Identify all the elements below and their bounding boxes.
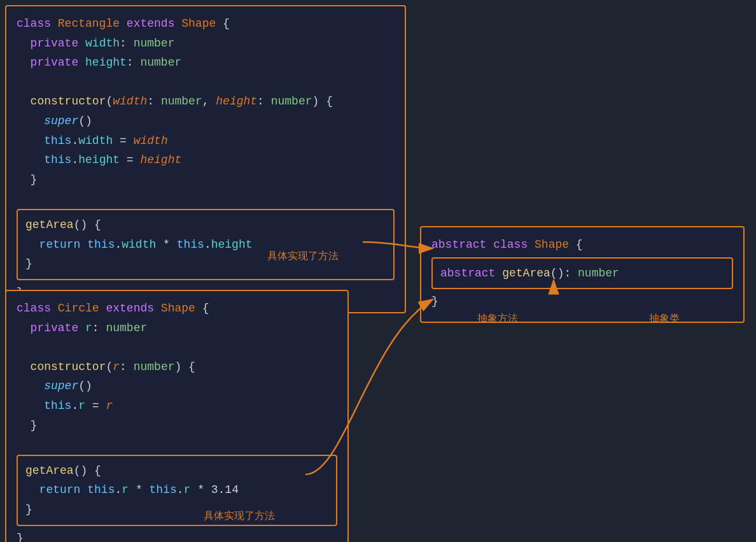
circle-super: super() xyxy=(17,376,337,396)
circle-r-assign: this.r = r xyxy=(17,396,337,416)
circle-constructor-close: } xyxy=(17,416,337,436)
rect-line1: class Rectangle extends Shape { xyxy=(17,14,395,34)
shape-abstract-class-annotation: 抽象类 xyxy=(649,312,680,325)
rectangle-panel: class Rectangle extends Shape { private … xyxy=(5,5,406,313)
rect-line3: private height: number xyxy=(17,53,395,73)
rect-width-assign: this.width = width xyxy=(17,131,395,151)
circle-constructor: constructor(r: number) { xyxy=(17,357,337,377)
rect-constructor-close: } xyxy=(17,170,395,190)
rect-getarea-box: getArea() { return this.width * this.hei… xyxy=(17,209,395,280)
rect-line2: private width: number xyxy=(17,34,395,53)
shape-abstract-method: abstract getArea(): number xyxy=(440,264,724,283)
circle-line1: class Circle extends Shape { xyxy=(17,299,337,318)
rect-height-assign: this.height = height xyxy=(17,150,395,170)
shape-close: } xyxy=(431,292,733,311)
rect-constructor: constructor(width: number, height: numbe… xyxy=(17,92,395,111)
shape-line1: abstract class Shape { xyxy=(431,235,733,255)
shape-panel: abstract class Shape { abstract getArea(… xyxy=(420,226,745,323)
circle-getarea-line1: getArea() { xyxy=(25,461,328,481)
circle-panel: class Circle extends Shape { private r: … xyxy=(5,290,349,542)
rect-super: super() xyxy=(17,111,395,131)
shape-abstract-method-annotation: 抽象方法 xyxy=(477,312,518,325)
circle-getarea-body: return this.r * this.r * 3.14 xyxy=(25,480,328,500)
shape-abstract-method-box: abstract getArea(): number xyxy=(431,257,733,290)
circle-getarea-close: } xyxy=(25,500,328,520)
circle-line2: private r: number xyxy=(17,318,337,338)
rect-annotation: 具体实现了方法 xyxy=(267,250,339,263)
circle-close: } xyxy=(17,529,337,542)
rect-getarea-line1: getArea() { xyxy=(25,215,386,235)
circle-annotation: 具体实现了方法 xyxy=(204,510,275,523)
circle-getarea-box: getArea() { return this.r * this.r * 3.1… xyxy=(17,455,337,526)
